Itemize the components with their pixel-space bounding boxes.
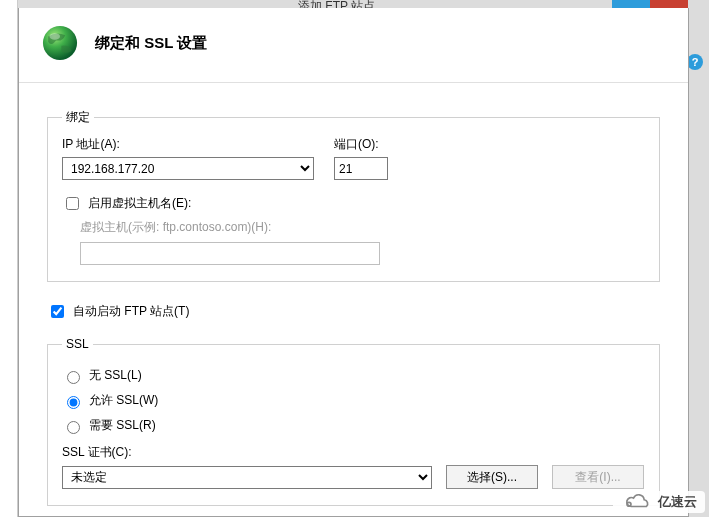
auto-start-label: 自动启动 FTP 站点(T) bbox=[73, 303, 189, 320]
dialog-body: 绑定 IP 地址(A): 192.168.177.20 端口(O): 启用虚拟主… bbox=[19, 83, 688, 517]
ssl-select-button[interactable]: 选择(S)... bbox=[446, 465, 538, 489]
ssl-legend: SSL bbox=[62, 337, 93, 351]
ssl-allow-radio[interactable] bbox=[67, 396, 80, 409]
ssl-require-label: 需要 SSL(R) bbox=[89, 417, 156, 434]
watermark: 亿速云 bbox=[613, 491, 705, 513]
dialog-header: 绑定和 SSL 设置 bbox=[19, 8, 688, 83]
binding-legend: 绑定 bbox=[62, 109, 94, 126]
vhost-hint: 虚拟主机(示例: ftp.contoso.com)(H): bbox=[80, 219, 645, 236]
vhost-input bbox=[80, 242, 380, 265]
enable-vhost-label: 启用虚拟主机名(E): bbox=[88, 195, 191, 212]
globe-icon bbox=[39, 22, 81, 64]
svg-point-1 bbox=[50, 33, 61, 40]
ssl-none-label: 无 SSL(L) bbox=[89, 367, 142, 384]
minimize-button[interactable] bbox=[612, 0, 650, 8]
auto-start-checkbox[interactable] bbox=[51, 305, 64, 318]
ip-address-select[interactable]: 192.168.177.20 bbox=[62, 157, 314, 180]
ssl-require-radio[interactable] bbox=[67, 421, 80, 434]
ssl-view-button: 查看(I)... bbox=[552, 465, 644, 489]
watermark-text: 亿速云 bbox=[658, 493, 697, 511]
ssl-none-radio[interactable] bbox=[67, 371, 80, 384]
background-sidepanel bbox=[0, 0, 18, 517]
port-input[interactable] bbox=[334, 157, 388, 180]
enable-vhost-checkbox[interactable] bbox=[66, 197, 79, 210]
help-icon[interactable]: ? bbox=[687, 54, 703, 70]
ip-label: IP 地址(A): bbox=[62, 136, 314, 153]
port-label: 端口(O): bbox=[334, 136, 388, 153]
ssl-cert-select[interactable]: 未选定 bbox=[62, 466, 432, 489]
title-bar: 添加 FTP 站点 bbox=[18, 0, 688, 7]
ssl-allow-label: 允许 SSL(W) bbox=[89, 392, 158, 409]
page-title: 绑定和 SSL 设置 bbox=[95, 34, 207, 53]
binding-group: 绑定 IP 地址(A): 192.168.177.20 端口(O): 启用虚拟主… bbox=[47, 109, 660, 282]
svg-point-0 bbox=[43, 26, 77, 60]
ssl-group: SSL 无 SSL(L) 允许 SSL(W) 需要 SSL(R) SSL 证书(… bbox=[47, 337, 660, 506]
svg-point-2 bbox=[627, 502, 631, 506]
close-button[interactable] bbox=[650, 0, 688, 8]
ssl-cert-label: SSL 证书(C): bbox=[62, 444, 645, 461]
watermark-cloud-icon bbox=[621, 493, 655, 511]
dialog: 绑定和 SSL 设置 绑定 IP 地址(A): 192.168.177.20 端… bbox=[18, 8, 689, 517]
title-bar-buttons bbox=[612, 0, 688, 8]
